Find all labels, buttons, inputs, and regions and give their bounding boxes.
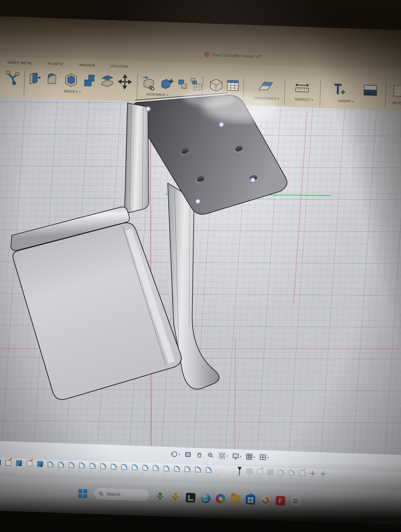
timeline-fillet-icon[interactable] — [185, 466, 191, 472]
fusion-360-icon[interactable] — [261, 495, 270, 505]
new-component-icon[interactable] — [140, 75, 155, 91]
configuration-icon[interactable] — [208, 77, 225, 93]
file-explorer-icon[interactable] — [231, 494, 240, 504]
timeline-extrude-icon[interactable] — [37, 461, 43, 467]
timeline-move-icon[interactable] — [310, 470, 316, 477]
timeline-fillet-icon[interactable] — [195, 467, 201, 473]
accessibility-green-icon[interactable] — [156, 492, 165, 502]
timeline-fillet-icon[interactable] — [69, 462, 75, 468]
timeline-extrude-icon[interactable] — [16, 460, 22, 466]
timeline-fillet-icon[interactable] — [153, 465, 159, 471]
combine-icon[interactable] — [82, 73, 97, 89]
split-body-icon[interactable] — [100, 73, 115, 89]
bom-table-icon[interactable] — [190, 76, 203, 92]
timeline-fillet-icon[interactable] — [90, 463, 96, 469]
measure-icon[interactable] — [293, 80, 311, 96]
timeline-sketch-icon[interactable] — [257, 469, 263, 475]
zoom-icon[interactable] — [207, 452, 215, 459]
timeline-body-icon[interactable] — [246, 468, 253, 474]
search-input[interactable]: Search — [94, 487, 149, 502]
document-hexagon-icon — [204, 51, 210, 58]
panel-assemble[interactable]: ASSEMBLE — [147, 92, 169, 97]
timeline-sketch-icon[interactable] — [5, 460, 11, 466]
microsoft-store-icon[interactable] — [246, 495, 255, 505]
shell-icon[interactable] — [64, 72, 79, 88]
pdf-app-icon[interactable]: F — [276, 496, 285, 506]
grid-and-snaps-icon[interactable]: ▾ — [246, 453, 255, 460]
pan-icon[interactable] — [196, 451, 203, 459]
tab-manage[interactable]: MANAGE — [79, 63, 95, 67]
construction-plane-icon[interactable] — [257, 79, 274, 95]
timeline-fillet-icon[interactable] — [278, 469, 284, 475]
viewports-icon[interactable]: ▾ — [259, 454, 269, 461]
white-app-icon[interactable] — [291, 497, 300, 506]
timeline-fillet-icon[interactable] — [100, 463, 106, 469]
panel-select[interactable]: SELECT — [392, 101, 401, 105]
document-tab[interactable]: Fuel Controller mount v2* — [204, 51, 262, 59]
ribbon-divider — [385, 83, 386, 108]
timeline-fillet-icon[interactable] — [142, 465, 148, 471]
timeline-fillet-icon[interactable] — [289, 470, 295, 476]
dropdown-caret: ▾ — [179, 453, 180, 456]
panel-inspect[interactable]: INSPECT — [295, 97, 313, 102]
gold-person-icon[interactable] — [171, 492, 180, 502]
dropdown-caret — [235, 95, 238, 99]
timeline-fillet-icon[interactable] — [206, 467, 212, 473]
edge-browser-icon[interactable] — [201, 493, 210, 503]
tab-sheet-metal[interactable]: SHEET METAL — [7, 60, 33, 65]
display-settings-icon[interactable]: ▾ — [232, 452, 242, 460]
insert-text-icon[interactable] — [332, 81, 347, 97]
grid-major-horizontal — [0, 96, 401, 455]
monitor-screen: Fuel Controller mount v2* SHEET METAL PL… — [0, 16, 401, 525]
panel-construct[interactable]: CONSTRUCT — [254, 96, 279, 101]
timeline-fillet-icon[interactable] — [47, 461, 54, 467]
configuration-table-icon[interactable] — [226, 78, 240, 94]
document-title: Fuel Controller mount v2* — [212, 52, 262, 58]
flange-icon[interactable] — [5, 70, 20, 86]
window-select-icon[interactable] — [392, 83, 401, 100]
grid-minor-horizontal — [0, 96, 401, 455]
tab-utilities[interactable]: UTILITIES — [110, 64, 128, 68]
timeline-extrude-icon[interactable] — [0, 459, 1, 465]
timeline-fillet-icon[interactable] — [79, 462, 85, 469]
search-icon — [99, 491, 104, 496]
search-placeholder: Search — [106, 491, 120, 497]
start-button[interactable] — [78, 489, 87, 498]
timeline-playhead[interactable] — [237, 467, 242, 475]
timeline-sketch-icon[interactable] — [26, 460, 32, 467]
tab-plastic[interactable]: PLASTIC — [48, 62, 64, 66]
panel-configure[interactable]: CONFIGURE — [214, 95, 238, 99]
black-app-icon[interactable] — [186, 493, 195, 502]
fillet-icon[interactable] — [46, 71, 60, 87]
joint-origin-icon[interactable] — [177, 76, 188, 92]
ribbon-divider — [284, 79, 286, 105]
orbit-icon[interactable]: ▾ — [171, 450, 180, 458]
timeline-fillet-icon[interactable] — [58, 462, 64, 468]
timeline-fillet-icon[interactable] — [132, 464, 138, 470]
timeline-body-icon[interactable] — [268, 469, 274, 475]
timeline-fillet-icon[interactable] — [174, 466, 180, 472]
dropdown-caret — [276, 97, 279, 101]
timeline-move-icon[interactable] — [320, 471, 326, 477]
press-pull-icon[interactable] — [27, 71, 42, 87]
move-copy-icon[interactable] — [117, 74, 132, 90]
timeline-fillet-icon[interactable] — [163, 465, 170, 472]
timeline-sketch-icon[interactable] — [299, 470, 305, 476]
3d-viewport[interactable] — [0, 96, 401, 455]
taskbar-app-icons: F — [156, 492, 300, 506]
look-at-icon[interactable] — [184, 451, 192, 458]
grid-major-vertical — [0, 96, 401, 455]
dropdown-caret: ▾ — [240, 455, 241, 458]
timeline-fillet-icon[interactable] — [121, 464, 127, 470]
ribbon-divider — [137, 74, 138, 99]
panel-modify[interactable]: MODIFY — [64, 89, 81, 94]
copilot-icon[interactable] — [216, 494, 225, 503]
canvas-icon[interactable] — [362, 82, 379, 98]
keyboard-on-desk — [154, 518, 221, 532]
dropdown-caret: ▾ — [267, 456, 269, 459]
join-icon[interactable] — [160, 75, 175, 91]
timeline-fillet-icon[interactable] — [111, 464, 117, 470]
fit-icon[interactable]: ▾ — [218, 452, 228, 459]
panel-insert[interactable]: INSERT — [338, 99, 354, 103]
dropdown-caret: ▾ — [226, 454, 228, 457]
